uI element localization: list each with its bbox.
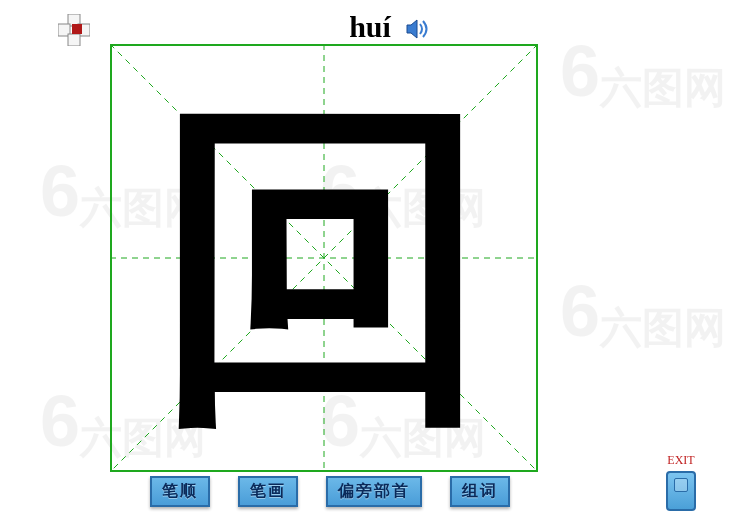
exit-button[interactable]: EXIT (666, 453, 696, 511)
character-glyph: 回 (110, 44, 538, 472)
pinyin-label: huí (0, 10, 740, 44)
door-icon (666, 471, 696, 511)
watermark-logo: 6 (560, 270, 600, 352)
strokes-button[interactable]: 笔画 (238, 476, 298, 507)
exit-label: EXIT (666, 453, 696, 468)
speaker-icon[interactable] (405, 16, 431, 42)
character-grid: 回 (110, 44, 538, 472)
watermark-logo: 6 (40, 380, 80, 462)
stroke-order-button[interactable]: 笔顺 (150, 476, 210, 507)
watermark-text: 六图网 (600, 60, 726, 116)
watermark-text: 六图网 (600, 300, 726, 356)
button-row: 笔顺 笔画 偏旁部首 组词 (150, 476, 510, 507)
words-button[interactable]: 组词 (450, 476, 510, 507)
radical-button[interactable]: 偏旁部首 (326, 476, 422, 507)
watermark-logo: 6 (40, 150, 80, 232)
